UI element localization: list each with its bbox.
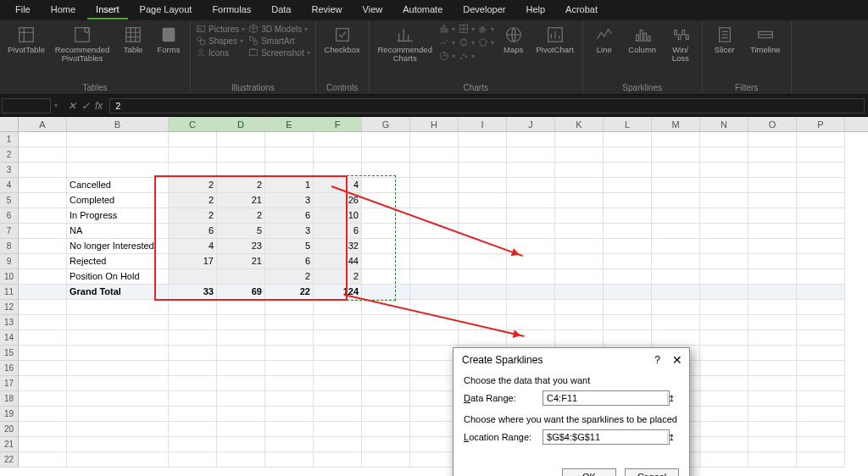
cell[interactable] [459,300,507,315]
cell[interactable] [700,147,748,163]
cell[interactable] [169,346,217,361]
cell[interactable] [652,269,700,285]
cell[interactable] [797,300,845,315]
cell[interactable] [700,391,748,407]
cell[interactable] [362,239,410,254]
colhead-d[interactable]: D [217,117,265,131]
cell[interactable] [604,147,652,163]
cell[interactable] [19,269,67,285]
cell[interactable] [217,330,265,346]
cell[interactable]: 6 [169,224,217,239]
cell[interactable] [217,437,265,452]
cell[interactable] [265,422,314,437]
cell[interactable]: 4 [314,178,362,193]
cell[interactable] [507,330,555,346]
confirm-edit-icon[interactable]: ✓ [81,100,90,112]
cell[interactable] [507,269,555,285]
cell[interactable] [652,178,700,193]
chart-pie-button[interactable]: ▾ [439,51,455,61]
cell[interactable] [604,300,652,315]
cell[interactable] [410,132,459,147]
cell[interactable] [314,361,362,376]
icons-button[interactable]: Icons [196,47,245,58]
dialog-close-icon[interactable]: ✕ [672,353,682,367]
tab-home[interactable]: Home [42,1,84,19]
cell[interactable] [555,254,604,269]
cell[interactable] [604,239,652,254]
row-header[interactable]: 4 [0,178,19,193]
3dmodels-button[interactable]: 3D Models▾ [248,24,310,34]
cell[interactable] [700,193,748,208]
cell[interactable] [362,422,410,437]
chart-surface-button[interactable]: ▾ [478,37,494,47]
cell[interactable]: Grand Total [67,285,169,300]
cell[interactable] [314,452,362,468]
row-header[interactable]: 21 [0,437,19,452]
cell[interactable] [67,391,169,407]
cell[interactable] [604,178,652,193]
cell[interactable] [797,224,845,239]
cell[interactable] [67,452,169,468]
cell[interactable] [604,132,652,147]
colhead-o[interactable]: O [748,117,797,131]
cell[interactable] [362,208,410,224]
cell[interactable] [362,269,410,285]
cell[interactable] [748,193,797,208]
tab-help[interactable]: Help [517,1,554,19]
cell[interactable] [700,330,748,346]
cell[interactable] [700,269,748,285]
cell[interactable]: 1 [265,178,314,193]
cell[interactable] [748,300,797,315]
cell[interactable] [265,452,314,468]
cell[interactable] [314,346,362,361]
cell[interactable] [507,285,555,300]
cell[interactable] [459,285,507,300]
row-header[interactable]: 16 [0,361,19,376]
cell[interactable] [700,285,748,300]
cell[interactable] [362,132,410,147]
cell[interactable] [748,254,797,269]
cell[interactable] [314,437,362,452]
tab-automate[interactable]: Automate [394,1,451,19]
cell[interactable] [797,452,845,468]
cell[interactable] [410,376,459,391]
cell[interactable] [67,361,169,376]
cell[interactable] [652,300,700,315]
cell[interactable] [507,315,555,330]
cell[interactable] [217,361,265,376]
colhead-c[interactable]: C [169,117,217,131]
cell[interactable] [19,407,67,422]
colhead-e[interactable]: E [265,117,314,131]
row-header[interactable]: 10 [0,269,19,285]
row-header[interactable]: 7 [0,224,19,239]
cell[interactable] [67,132,169,147]
shapes-button[interactable]: Shapes▾ [196,36,245,46]
pivotchart-button[interactable]: PivotChart [533,24,577,56]
cell[interactable] [19,178,67,193]
cell[interactable] [748,330,797,346]
colhead-f[interactable]: F [314,117,362,131]
cell[interactable]: 6 [314,224,362,239]
cell[interactable] [362,300,410,315]
cell[interactable] [555,330,604,346]
forms-button[interactable]: Forms [153,24,185,56]
cell[interactable] [265,315,314,330]
colhead-a[interactable]: A [19,117,67,131]
data-range-picker-icon[interactable]: ↥ [667,394,675,403]
cell[interactable]: 2 [169,193,217,208]
row-header[interactable]: 19 [0,407,19,422]
colhead-m[interactable]: M [652,117,700,131]
cell[interactable] [362,330,410,346]
cell[interactable] [410,346,459,361]
cell[interactable] [604,208,652,224]
maps-button[interactable]: Maps [498,24,530,56]
cell[interactable] [459,132,507,147]
row-header[interactable]: 2 [0,147,19,163]
cell[interactable]: 32 [314,239,362,254]
cell[interactable] [169,437,217,452]
cell[interactable] [410,300,459,315]
location-range-picker-icon[interactable]: ↥ [667,433,675,442]
cell[interactable] [169,361,217,376]
row-header[interactable]: 15 [0,346,19,361]
cell[interactable] [604,163,652,178]
